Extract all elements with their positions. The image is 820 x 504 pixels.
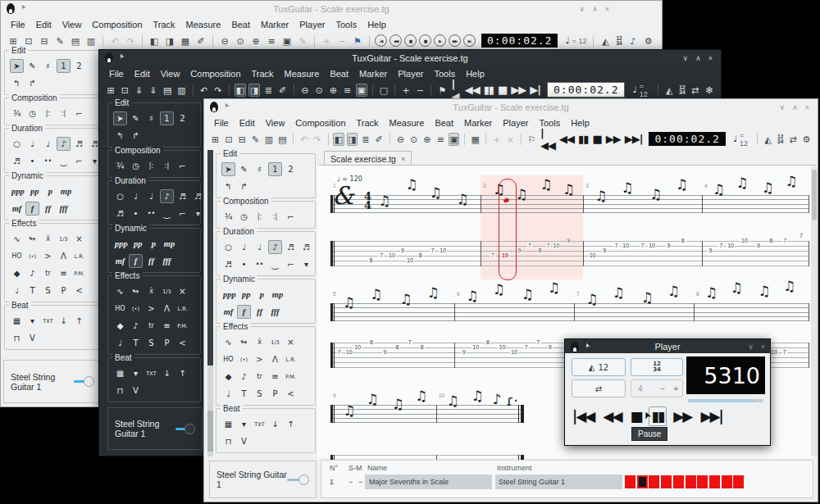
pick-stroke-up-button[interactable]: V — [237, 434, 251, 448]
harmonic-button[interactable]: (•) — [129, 302, 143, 316]
menu-player[interactable]: Player — [398, 69, 423, 79]
dynamic-pp-button[interactable]: pp — [239, 288, 253, 302]
pick-stroke-up-button[interactable]: V — [25, 331, 39, 345]
previous-measure-button[interactable]: ◀◀ — [465, 84, 480, 96]
list-layout-button[interactable]: ≡ — [341, 84, 353, 97]
double-dot-button[interactable]: •• — [41, 154, 55, 168]
mixer-button[interactable]: ≣ — [360, 133, 371, 146]
track-toggle[interactable] — [287, 474, 309, 485]
maximize-button[interactable]: ∧ — [695, 54, 701, 62]
accent-button[interactable]: > — [41, 249, 55, 263]
close-button[interactable]: × — [708, 54, 713, 62]
pin-icon[interactable]: ➤ — [222, 102, 231, 110]
table-viewer-button[interactable]: ▦ — [179, 34, 192, 48]
previous-measure-button[interactable]: ◀◀ — [559, 133, 574, 145]
page-layout-button[interactable]: ▣ — [356, 84, 367, 97]
repeat-alternative-button[interactable]: ⌐ — [72, 107, 86, 120]
time-signature-display[interactable]: 1234 — [679, 85, 685, 95]
stroke-down-button[interactable]: ↓ — [57, 314, 71, 328]
score-view-button[interactable]: ◧ — [235, 84, 246, 97]
pause-button[interactable]: ▮▮ — [578, 133, 588, 145]
pin-icon[interactable]: ➤ — [117, 52, 126, 61]
cursor-tool-button[interactable]: ➤ — [10, 59, 24, 73]
voice-down-button[interactable]: ↱ — [129, 129, 143, 143]
pick-stroke-down-button[interactable]: ⊓ — [221, 434, 235, 448]
zoom-reset-button[interactable]: ⊙ — [408, 133, 419, 146]
new-file-button[interactable]: ⊞ — [210, 133, 221, 146]
sidebar-scrollbar-track[interactable] — [207, 150, 213, 366]
menu-help[interactable]: Help — [367, 20, 386, 30]
whole-note-button[interactable]: ○ — [221, 240, 235, 254]
menu-measure[interactable]: Measure — [285, 69, 320, 79]
tuplet-button[interactable]: ⌐ — [72, 154, 86, 168]
count-in-toggle[interactable]: 12 34 — [631, 358, 683, 376]
close-button[interactable]: × — [805, 103, 809, 111]
save-as-button[interactable]: ✎ — [53, 34, 66, 48]
thirty-second-note-button[interactable]: ♬ — [299, 240, 313, 254]
pause-button[interactable]: ▮▮ — [484, 84, 494, 96]
palm-mute-button[interactable]: P.M. — [175, 319, 189, 333]
repeat-open-button[interactable]: |: — [41, 107, 55, 120]
harmonic-button[interactable]: (•) — [25, 249, 39, 263]
dot-button[interactable]: • — [25, 154, 39, 168]
metronome-button[interactable]: ◭ — [599, 34, 612, 48]
add-marker-button[interactable]: + — [320, 34, 333, 48]
bend-button[interactable]: ↬ — [129, 284, 143, 298]
harmonic-button[interactable]: (•) — [237, 352, 251, 366]
time-signature-button[interactable]: ¾ — [221, 210, 235, 224]
settings-button[interactable]: ✻ — [704, 84, 715, 97]
ghost-note-button[interactable]: ◆ — [10, 266, 24, 280]
grace-note-button[interactable]: ♪ — [129, 319, 143, 333]
sixteenth-note-button[interactable]: ♬ — [72, 137, 86, 151]
page-layout-button[interactable]: ▣ — [449, 133, 459, 146]
sixteenth-note-button[interactable]: ♬ — [284, 240, 298, 254]
dynamic-ppp-button[interactable]: ppp — [221, 288, 238, 302]
guitar-edit-button[interactable]: ✐ — [194, 34, 207, 48]
cursor-tool-button[interactable]: ➤ — [113, 111, 127, 125]
menu-beat[interactable]: Beat — [330, 69, 348, 79]
staccato-button[interactable]: ♩ — [221, 387, 235, 401]
save-button[interactable]: ⊟ — [237, 133, 248, 146]
remove-marker-button[interactable]: − — [335, 34, 348, 48]
let-ring-button[interactable]: L.R. — [175, 302, 189, 316]
stop-button[interactable]: ■ — [419, 34, 431, 47]
last-button[interactable]: ▶▶| — [698, 407, 724, 425]
menu-view[interactable]: View — [62, 20, 82, 30]
tie-button[interactable]: ‿ — [57, 154, 71, 168]
voice-1-button[interactable]: 1 — [57, 59, 71, 73]
list-layout-button[interactable]: ≡ — [265, 34, 278, 48]
tab-view-button[interactable]: ◨ — [163, 34, 176, 48]
voice-1-button[interactable]: 1 — [160, 111, 174, 125]
print-preview-button[interactable]: ▥ — [175, 84, 187, 97]
stroke-down-button[interactable]: ↓ — [268, 417, 282, 431]
whole-note-button[interactable]: ○ — [10, 137, 24, 151]
titlebar[interactable]: ➤ Player ∨ × — [565, 339, 770, 353]
save-as-button[interactable]: ✎ — [250, 133, 261, 146]
menu-track[interactable]: Track — [153, 20, 175, 30]
tab-view-button[interactable]: ◨ — [347, 133, 358, 146]
marker-flag-button[interactable]: ⚑ — [436, 84, 448, 97]
duration-dropdown[interactable]: ▾ — [299, 257, 313, 271]
pick-stroke-down-button[interactable]: ⊓ — [113, 384, 127, 397]
menu-track[interactable]: Track — [357, 118, 379, 128]
play-button[interactable]: ▶ — [434, 34, 446, 47]
menu-marker[interactable]: Marker — [464, 118, 492, 128]
tremolo-bar-button[interactable]: x̂ — [253, 335, 266, 349]
tempo-display[interactable]: ♩= 12 — [733, 131, 750, 148]
first-button[interactable]: |◀◀ — [570, 407, 596, 425]
add-marker-button[interactable]: + — [400, 84, 412, 97]
remove-track-button[interactable]: × — [505, 133, 516, 146]
menu-file[interactable]: File — [109, 69, 124, 79]
sixteenth-note-button[interactable]: ♬ — [175, 189, 189, 203]
slide-button[interactable]: 1/3 — [160, 284, 174, 298]
minimize-button[interactable]: ∨ — [683, 54, 689, 62]
palm-mute-button[interactable]: P.M. — [72, 266, 86, 280]
next-measure-button[interactable]: ▶▶ — [449, 34, 461, 47]
ghost-note-button[interactable]: ◆ — [221, 370, 235, 384]
repeat-alternative-button[interactable]: ⌐ — [175, 159, 189, 173]
repeat-open-button[interactable]: |: — [144, 159, 158, 173]
maximize-button[interactable]: ∧ — [592, 5, 598, 13]
let-ring-button[interactable]: L.R. — [72, 249, 86, 263]
chord-dropdown[interactable]: ▾ — [129, 366, 143, 380]
spinner-minus-button[interactable]: − — [660, 384, 665, 393]
